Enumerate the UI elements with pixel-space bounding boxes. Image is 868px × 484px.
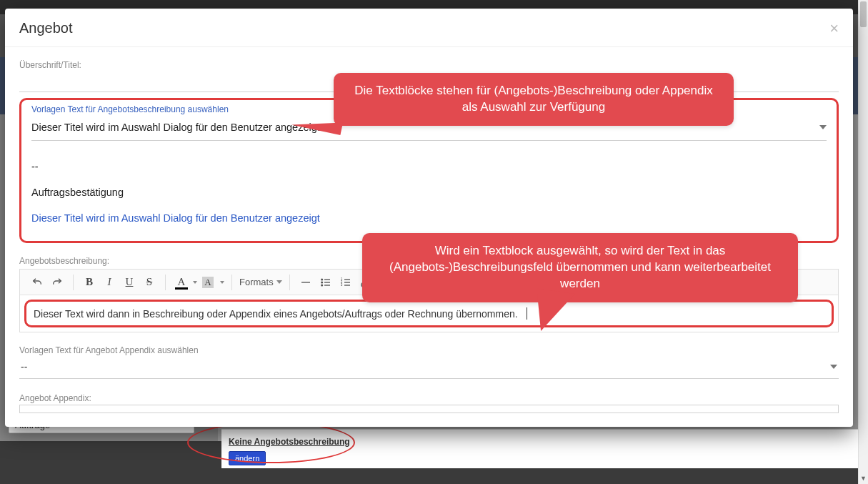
bg-color-button[interactable]: A bbox=[199, 272, 219, 292]
template-dropdown-selected: Dieser Titel wird im Auswahl Dialog für … bbox=[31, 122, 320, 133]
scrollbar-thumb[interactable] bbox=[860, 1, 867, 27]
appendix-template-selected: -- bbox=[21, 361, 27, 372]
text-color-button[interactable]: A bbox=[171, 272, 191, 292]
heading-label: Überschrift/Titel: bbox=[19, 60, 839, 70]
modal-dialog: Angebot × Überschrift/Titel: Vorlagen Te… bbox=[5, 9, 853, 427]
underline-button[interactable]: U bbox=[119, 272, 139, 292]
bg-color-menu[interactable] bbox=[219, 281, 226, 284]
svg-point-3 bbox=[321, 285, 322, 286]
annotation-callout-1: Die Textblöcke stehen für (Angebots-)Bes… bbox=[334, 73, 734, 126]
chevron-down-icon bbox=[276, 280, 282, 284]
annotation-text-2: Wird ein Textblock ausgewählt, so wird d… bbox=[389, 244, 771, 290]
close-icon[interactable]: × bbox=[829, 21, 839, 36]
appendix-label: Angebot Appendix: bbox=[19, 393, 839, 403]
template-dropdown-list: -- Auftragsbestätigung Dieser Titel wird… bbox=[31, 154, 827, 231]
dropdown-option-active[interactable]: Dieser Titel wird im Auswahl Dialog für … bbox=[31, 205, 827, 231]
editor-content-highlight: Dieser Text wird dann in Beschreibung od… bbox=[24, 300, 834, 327]
no-description-label: Keine Angebotsbeschreibung bbox=[229, 437, 350, 447]
page-scrollbar[interactable]: ▼ bbox=[858, 0, 868, 484]
annotation-text-1: Die Textblöcke stehen für (Angebots-)Bes… bbox=[354, 84, 713, 114]
hr-icon[interactable] bbox=[296, 272, 316, 292]
text-cursor-icon bbox=[527, 307, 527, 320]
modal-body: Überschrift/Titel: Vorlagen Text für Ang… bbox=[5, 47, 853, 427]
under-modal-panel: Keine Angebotsbeschreibung ändern bbox=[221, 429, 858, 468]
annotation-tail-2 bbox=[531, 288, 575, 335]
strikethrough-button[interactable]: S bbox=[139, 272, 159, 292]
dropdown-option-auftragsbestaetigung[interactable]: Auftragsbestätigung bbox=[31, 179, 827, 205]
scrollbar-down-icon[interactable]: ▼ bbox=[859, 473, 868, 484]
change-button[interactable]: ändern bbox=[229, 451, 266, 465]
italic-button[interactable]: I bbox=[99, 272, 119, 292]
numbered-list-icon[interactable]: 123 bbox=[336, 272, 356, 292]
svg-point-2 bbox=[321, 282, 322, 283]
appendix-template-label: Vorlagen Text für Angebot Appendix auswä… bbox=[19, 345, 839, 355]
text-color-menu[interactable] bbox=[191, 281, 199, 284]
editor-content[interactable]: Dieser Text wird dann in Beschreibung od… bbox=[34, 308, 518, 320]
chevron-down-icon bbox=[830, 365, 837, 369]
formats-label: Formats bbox=[239, 277, 274, 287]
redo-icon[interactable] bbox=[47, 272, 67, 292]
appendix-template-dropdown[interactable]: -- bbox=[19, 355, 839, 379]
modal-title: Angebot bbox=[19, 20, 73, 36]
appendix-input[interactable] bbox=[19, 405, 839, 413]
svg-text:3: 3 bbox=[340, 283, 342, 287]
bullet-list-icon[interactable] bbox=[316, 272, 336, 292]
svg-point-1 bbox=[321, 279, 322, 280]
bold-button[interactable]: B bbox=[79, 272, 99, 292]
modal-header: Angebot × bbox=[5, 9, 853, 47]
annotation-callout-2: Wird ein Textblock ausgewählt, so wird d… bbox=[362, 233, 798, 302]
undo-icon[interactable] bbox=[27, 272, 47, 292]
dropdown-option-blank[interactable]: -- bbox=[31, 154, 827, 179]
formats-dropdown[interactable]: Formats bbox=[234, 277, 288, 287]
chevron-down-icon bbox=[819, 125, 827, 129]
